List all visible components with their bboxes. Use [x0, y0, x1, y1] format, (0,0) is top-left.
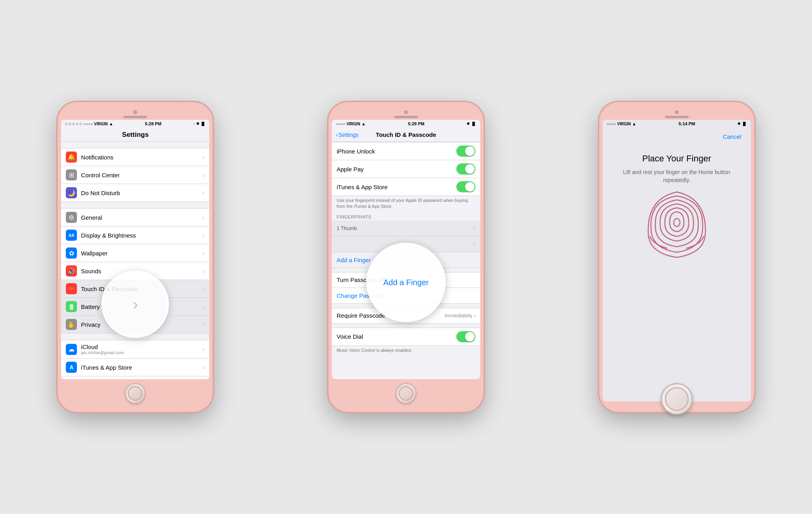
add-finger-overlay: Add a Finger	[366, 243, 446, 322]
settings-screen: ○○○○ VIRGIN ▲ 5:28 PM ↑ ✱ ▐▌ Settings 🔔 …	[61, 120, 209, 379]
back-label-2: Settings	[339, 132, 359, 138]
dot5	[79, 123, 82, 125]
general-icon: ⚙	[66, 212, 77, 223]
home-button-3[interactable]	[661, 383, 693, 415]
notifications-chevron	[202, 153, 205, 161]
nav-title-2: Touch ID & Passcode	[376, 131, 436, 138]
display-label: Display & Brightness	[81, 232, 198, 239]
home-button-2-inner	[399, 386, 413, 401]
settings-item-dnd[interactable]: 🌙 Do Not Disturb	[61, 184, 209, 202]
touch-id-note: Use your fingerprint instead of your App…	[332, 196, 480, 212]
cancel-bar: Cancel	[603, 128, 751, 146]
control-center-icon: ⊞	[66, 169, 77, 180]
wallpaper-icon: ✿	[66, 247, 77, 259]
carrier-2: ○○○○ VIRGIN	[336, 122, 360, 126]
battery-icon-3: ▐▌	[742, 122, 747, 126]
place-finger-title: Place Your Finger	[642, 153, 711, 164]
settings-item-wallpaper[interactable]: ✿ Wallpaper	[61, 244, 209, 262]
control-center-chevron	[202, 171, 205, 179]
svg-point-0	[674, 219, 680, 226]
dnd-label: Do Not Disturb	[81, 190, 198, 196]
dot3	[72, 123, 75, 125]
touchid-chevron	[202, 285, 205, 293]
finger-1-chevron	[473, 224, 475, 232]
battery-icon: ▓	[66, 301, 77, 312]
icloud-chevron	[202, 345, 205, 353]
bt-icon-2: ✱	[467, 122, 470, 126]
itunes-label: iTunes & App Store	[81, 364, 198, 371]
wallpaper-chevron	[202, 249, 205, 257]
bt-icon-1: ✱	[196, 122, 199, 126]
time-2: 5:29 PM	[408, 121, 425, 126]
apple-pay-item[interactable]: Apple Pay	[332, 160, 480, 178]
carrier-3: ○○○○ VIRGIN	[607, 122, 631, 126]
icloud-icon: ☁	[66, 344, 77, 355]
control-center-label: Control Center	[81, 172, 198, 178]
iphone-1: ○○○○ VIRGIN ▲ 5:28 PM ↑ ✱ ▐▌ Settings 🔔 …	[58, 102, 213, 412]
battery-icon-2: ▐▌	[471, 122, 476, 126]
require-passcode-value: Immediately ›	[444, 313, 475, 318]
add-finger-overlay-text: Add a Finger	[383, 278, 429, 287]
time-3: 5:14 PM	[679, 121, 695, 126]
itunes-icon: A	[66, 362, 77, 373]
carrier-1: ○○○○ VIRGIN	[83, 122, 107, 126]
iphone-unlock-item[interactable]: iPhone Unlock	[332, 142, 480, 160]
back-button-2[interactable]: ‹ Settings	[336, 132, 358, 138]
place-finger-subtitle: Lift and rest your finger on the Home bu…	[611, 169, 743, 184]
iphone-1-bottom	[61, 379, 209, 407]
settings-item-notifications[interactable]: 🔔 Notifications	[61, 148, 209, 166]
camera-2	[404, 110, 408, 114]
privacy-chevron	[202, 320, 205, 329]
status-left-2: ○○○○ VIRGIN ▲	[336, 121, 366, 126]
finger-1-label: 1 Thumb	[337, 225, 469, 231]
voice-dial-section: Voice Dial Music Voice Control is always…	[332, 328, 480, 356]
bt-icon-3: ✱	[737, 122, 741, 126]
apple-pay-toggle[interactable]	[456, 163, 475, 175]
iphone-3: ○○○○ VIRGIN ▲ 5:14 PM ✱ ▐▌ Cancel Place …	[599, 102, 754, 412]
fingerprint-graphic	[645, 193, 709, 266]
circle-arrow-1: ›	[133, 295, 138, 313]
circle-overlay-1: ›	[102, 270, 169, 338]
iphone-2-bottom	[332, 379, 480, 407]
settings-item-itunes[interactable]: A iTunes & App Store	[61, 359, 209, 376]
voice-dial-label: Voice Dial	[337, 333, 452, 340]
home-button-1-inner	[128, 386, 142, 401]
icloud-label: iCloud	[81, 343, 198, 350]
status-left-3: ○○○○ VIRGIN ▲	[607, 121, 636, 126]
fingerprints-section-label: FINGERPRINTS	[332, 212, 480, 221]
itunes-chevron	[202, 363, 205, 372]
touchid-icon: ☞	[66, 283, 77, 294]
home-button-1[interactable]	[125, 383, 146, 404]
settings-section-1: 🔔 Notifications ⊞ Control Center 🌙 Do No…	[61, 148, 209, 202]
status-right-3: ✱ ▐▌	[737, 122, 747, 126]
settings-item-control-center[interactable]: ⊞ Control Center	[61, 166, 209, 184]
home-button-2[interactable]	[396, 383, 416, 404]
status-bar-3: ○○○○ VIRGIN ▲ 5:14 PM ✱ ▐▌	[603, 120, 751, 128]
display-icon: AA	[66, 230, 77, 241]
settings-item-icloud[interactable]: ☁ iCloud jan.ritchie@gmail.com	[61, 340, 209, 359]
dnd-chevron	[202, 189, 205, 197]
privacy-icon: ✋	[66, 319, 77, 330]
sounds-chevron	[202, 267, 205, 275]
voice-dial-toggle[interactable]	[456, 331, 475, 342]
settings-item-display[interactable]: AA Display & Brightness	[61, 226, 209, 244]
wifi-icon-1: ▲	[109, 121, 113, 126]
dot4	[76, 123, 79, 125]
settings-section-3: ☁ iCloud jan.ritchie@gmail.com A iTunes …	[61, 340, 209, 379]
itunes-appstore-item[interactable]: iTunes & App Store	[332, 178, 480, 196]
place-finger-screen: ○○○○ VIRGIN ▲ 5:14 PM ✱ ▐▌ Cancel Place …	[603, 120, 751, 401]
cancel-button-3[interactable]: Cancel	[718, 130, 746, 143]
iphone-unlock-toggle[interactable]	[456, 146, 475, 157]
back-chevron-2: ‹	[336, 132, 338, 138]
finger-1-item[interactable]: 1 Thumb	[332, 221, 480, 236]
speaker-1	[123, 116, 147, 118]
settings-item-wallet[interactable]: 💳 Wallet & Apple Pay	[61, 376, 209, 379]
icloud-sublabel: jan.ritchie@gmail.com	[81, 350, 198, 355]
wifi-icon-3: ▲	[632, 121, 636, 126]
status-left-1: ○○○○ VIRGIN ▲	[65, 121, 113, 126]
itunes-appstore-toggle[interactable]	[456, 181, 475, 192]
notifications-icon: 🔔	[66, 152, 77, 163]
status-right-2: ✱ ▐▌	[467, 122, 476, 126]
settings-item-general[interactable]: ⚙ General	[61, 208, 209, 226]
voice-dial-item[interactable]: Voice Dial	[332, 328, 480, 346]
